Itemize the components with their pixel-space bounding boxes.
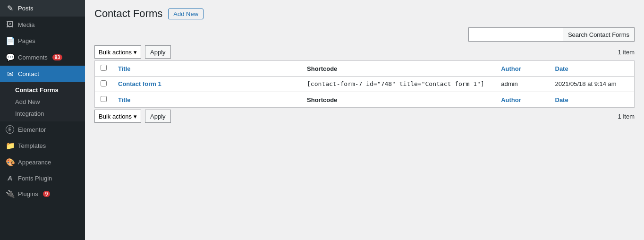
row-checkbox[interactable] (101, 80, 107, 86)
sidebar-item-comments[interactable]: 💬 Comments 93 (0, 49, 85, 66)
plugins-badge: 9 (43, 191, 51, 197)
footer-shortcode: Shortcode (301, 92, 495, 108)
media-icon: 🖼 (6, 20, 14, 29)
row-title-cell: Contact form 1 (112, 77, 301, 92)
header-checkbox-col (95, 61, 113, 77)
sidebar-item-posts[interactable]: ✎ Posts (0, 0, 85, 17)
header-title[interactable]: Title (112, 61, 301, 77)
bottom-item-count: 1 item (618, 113, 635, 120)
table-row: Contact form 1 [contact-form-7 id="748" … (95, 77, 635, 92)
row-checkbox-cell (95, 77, 113, 92)
bottom-toolbar: Bulk actions ▾ Apply 1 item (94, 110, 635, 123)
sidebar-item-plugins[interactable]: 🔌 Plugins 9 (0, 186, 85, 202)
select-all-checkbox[interactable] (101, 65, 107, 71)
fonts-plugin-icon: A (6, 174, 14, 182)
chevron-down-icon: ▾ (134, 49, 137, 56)
header-shortcode: Shortcode (301, 61, 495, 77)
sidebar-item-media[interactable]: 🖼 Media (0, 17, 85, 33)
footer-checkbox-col (95, 92, 113, 108)
add-new-button[interactable]: Add New (168, 9, 203, 19)
sidebar-item-elementor[interactable]: E Elementor (0, 121, 85, 137)
templates-icon: 📁 (6, 141, 14, 150)
comments-icon: 💬 (6, 53, 14, 62)
row-date-cell: 2021/05/18 at 9:14 am (550, 77, 635, 92)
table-header-row: Title Shortcode Author Date (95, 61, 635, 77)
submenu-contact-forms[interactable]: Contact Forms (0, 84, 85, 96)
footer-date[interactable]: Date (550, 92, 635, 108)
contact-form-link[interactable]: Contact form 1 (118, 80, 161, 87)
main-content: Contact Forms Add New Search Contact For… (85, 0, 644, 240)
top-toolbar: Bulk actions ▾ Apply 1 item (94, 45, 635, 59)
sidebar-item-contact[interactable]: ✉ Contact (0, 66, 85, 82)
bottom-chevron-down-icon: ▾ (134, 113, 137, 120)
comments-badge: 93 (52, 54, 62, 60)
posts-icon: ✎ (6, 4, 14, 13)
footer-select-all-checkbox[interactable] (101, 96, 107, 102)
search-input[interactable] (468, 27, 563, 42)
plugins-icon: 🔌 (6, 189, 14, 198)
search-bar: Search Contact Forms (94, 27, 635, 42)
top-bulk-actions-select[interactable]: Bulk actions ▾ (94, 45, 141, 59)
sidebar-item-fonts-plugin[interactable]: A Fonts Plugin (0, 171, 85, 186)
elementor-icon: E (6, 125, 14, 134)
contact-icon: ✉ (6, 69, 14, 78)
submenu-add-new[interactable]: Add New (0, 96, 85, 108)
footer-title[interactable]: Title (112, 92, 301, 108)
contact-forms-table: Title Shortcode Author Date Contact form… (94, 60, 635, 108)
footer-author[interactable]: Author (495, 92, 549, 108)
sidebar-item-templates[interactable]: 📁 Templates (0, 137, 85, 154)
top-apply-button[interactable]: Apply (145, 45, 171, 59)
header-author[interactable]: Author (495, 61, 549, 77)
page-header: Contact Forms Add New (94, 8, 635, 20)
row-author-cell: admin (495, 77, 549, 92)
pages-icon: 📄 (6, 36, 14, 45)
bottom-apply-button[interactable]: Apply (145, 110, 171, 123)
contact-submenu: Contact Forms Add New Integration (0, 82, 85, 121)
top-item-count: 1 item (618, 49, 635, 56)
sidebar-item-pages[interactable]: 📄 Pages (0, 33, 85, 49)
table-footer-row: Title Shortcode Author Date (95, 92, 635, 108)
row-shortcode-cell: [contact-form-7 id="748" title="Contact … (301, 77, 495, 92)
page-title: Contact Forms (94, 8, 162, 20)
sidebar: ✎ Posts 🖼 Media 📄 Pages 💬 Comments 93 ✉ … (0, 0, 85, 240)
submenu-integration[interactable]: Integration (0, 108, 85, 120)
header-date[interactable]: Date (550, 61, 635, 77)
search-button[interactable]: Search Contact Forms (563, 27, 635, 42)
appearance-icon: 🎨 (6, 158, 14, 167)
sidebar-item-appearance[interactable]: 🎨 Appearance (0, 154, 85, 171)
bottom-bulk-actions-select[interactable]: Bulk actions ▾ (94, 110, 141, 123)
